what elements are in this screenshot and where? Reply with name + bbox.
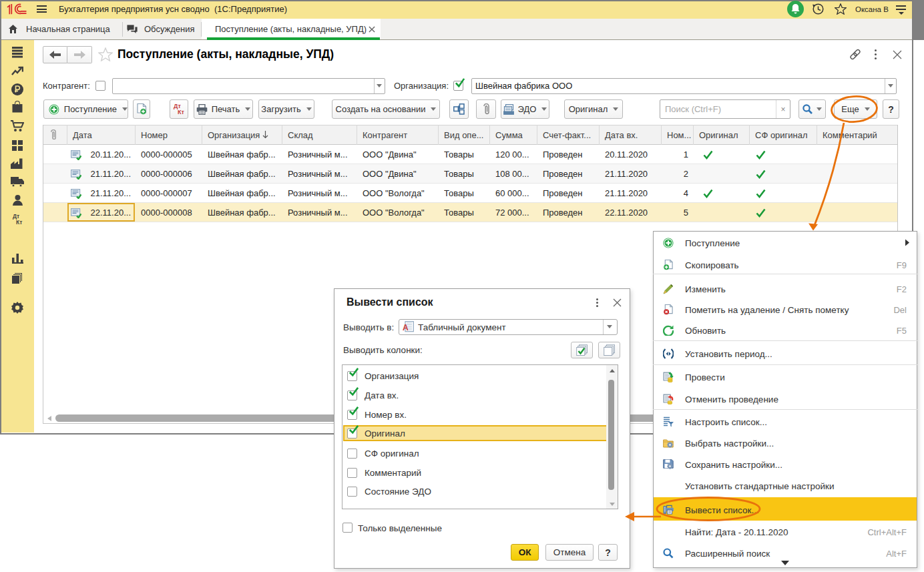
svg-text:A: A (403, 323, 409, 332)
